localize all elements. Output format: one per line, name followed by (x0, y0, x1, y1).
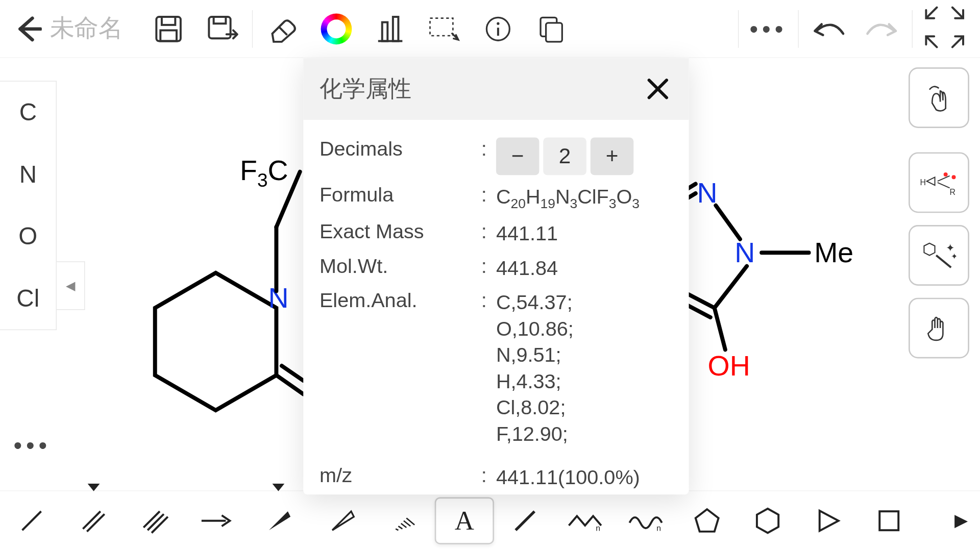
hexagon-icon (753, 506, 781, 534)
redo-button[interactable] (855, 9, 910, 49)
row-elem-anal: Elem.Anal. : C,54.37;O,10.86;N,9.51;H,4.… (320, 289, 673, 446)
row-exact-mass: Exact Mass : 441.11 (320, 220, 673, 246)
text-tool[interactable]: A (435, 497, 494, 544)
svg-line-55 (404, 520, 410, 526)
decimals-stepper: − 2 + (496, 137, 673, 175)
corner-tl-icon (923, 6, 938, 20)
pentagon-icon (693, 506, 721, 534)
corner-bl-icon (923, 33, 938, 48)
row-mol-wt: Mol.Wt. : 441.84 (320, 255, 673, 281)
triangle-icon (814, 506, 842, 534)
redo-icon (865, 18, 900, 39)
svg-point-36 (944, 172, 948, 177)
svg-line-52 (396, 529, 398, 530)
svg-line-57 (516, 511, 534, 530)
bottom-toolbar-next[interactable]: ▶ (944, 510, 979, 531)
line-tool[interactable] (496, 497, 555, 544)
chain-tool[interactable]: n (556, 497, 615, 544)
color-ring-icon (321, 13, 352, 44)
text-icon: A (455, 505, 474, 536)
save-as-button[interactable] (195, 9, 250, 49)
hollow-wedge-tool[interactable] (312, 497, 371, 544)
document-title[interactable]: 未命名 (50, 12, 123, 45)
undo-button[interactable] (801, 9, 855, 49)
fullscreen-button[interactable] (923, 6, 969, 52)
svg-point-37 (952, 175, 956, 179)
svg-text:✦: ✦ (946, 242, 955, 254)
triple-bond-tool[interactable] (126, 497, 185, 544)
lasso-icon (427, 14, 461, 43)
svg-marker-61 (757, 508, 778, 533)
undo-icon (811, 18, 846, 39)
svg-rect-7 (382, 22, 388, 41)
gesture-tool-button[interactable] (909, 67, 969, 128)
svg-marker-50 (269, 511, 290, 530)
row-decimals: Decimals : − 2 + (320, 137, 673, 175)
align-button[interactable] (363, 9, 418, 49)
element-chlorine[interactable]: Cl (0, 267, 56, 329)
eraser-button[interactable] (255, 9, 309, 49)
left-more-button[interactable]: ••• (13, 431, 51, 459)
chemical-properties-panel: 化学属性 Decimals : − 2 + Formula : C20H19N3… (303, 58, 689, 495)
svg-marker-60 (696, 509, 719, 532)
wedge-icon (265, 507, 292, 534)
decimals-decrement[interactable]: − (496, 137, 540, 175)
svg-text:N: N (734, 237, 755, 268)
element-nitrogen[interactable]: N (0, 143, 56, 205)
decimals-label: Decimals (320, 137, 481, 160)
back-button[interactable] (11, 11, 46, 46)
svg-text:✦: ✦ (951, 252, 957, 261)
more-icon: ••• (750, 14, 788, 42)
pentagon-tool[interactable] (677, 497, 737, 544)
double-bond-icon (80, 507, 107, 534)
reaction-template-button[interactable]: H R (909, 152, 969, 213)
element-oxygen[interactable]: O (0, 206, 56, 267)
element-picker: C N O Cl (0, 81, 57, 330)
svg-text:F3C: F3C (240, 155, 288, 191)
info-button[interactable] (471, 9, 525, 49)
copy-button[interactable] (525, 9, 579, 49)
element-picker-collapse[interactable]: ◀ (57, 261, 85, 310)
wavy-chain-tool[interactable]: n (617, 497, 676, 544)
arrow-left-icon (15, 15, 42, 42)
wedge-bond-tool[interactable] (249, 497, 308, 544)
panel-title: 化学属性 (320, 73, 643, 105)
svg-line-25 (716, 206, 740, 239)
elem-anal-value: C,54.37;O,10.86;N,9.51;H,4.33;Cl,8.02;F,… (496, 289, 673, 446)
decimals-increment[interactable]: + (591, 137, 634, 175)
save-as-icon (206, 14, 238, 43)
svg-rect-4 (214, 16, 226, 23)
svg-text:R: R (950, 188, 955, 196)
square-tool[interactable] (860, 497, 919, 544)
pan-tool-button[interactable] (909, 298, 969, 359)
arrow-tool[interactable] (187, 497, 246, 544)
line-icon (511, 507, 538, 534)
single-bond-tool[interactable] (2, 497, 61, 544)
info-icon (484, 15, 511, 42)
formula-value: C20H19N3ClF3O3 (496, 183, 673, 212)
svg-rect-63 (879, 511, 898, 530)
right-tool-column: H R ✦✦ (909, 67, 973, 358)
square-icon (876, 508, 902, 533)
element-carbon[interactable]: C (0, 82, 56, 143)
svg-rect-9 (430, 18, 453, 35)
save-button[interactable] (141, 9, 195, 49)
hash-bond-tool[interactable] (374, 497, 433, 544)
formula-label: Formula (320, 183, 481, 206)
toolbar-separator (252, 10, 253, 47)
template-magic-button[interactable]: ✦✦ (909, 225, 969, 286)
svg-rect-2 (160, 30, 177, 41)
triangle-tool[interactable] (799, 497, 858, 544)
more-button[interactable]: ••• (742, 9, 796, 49)
mol-wt-value: 441.84 (496, 255, 673, 281)
color-picker-button[interactable] (309, 9, 363, 49)
top-toolbar: 未命名 ••• (0, 0, 980, 58)
svg-line-54 (401, 523, 407, 527)
toolbar-separator (738, 10, 739, 47)
corner-tr-icon (951, 6, 966, 20)
hexagon-tool[interactable] (738, 497, 797, 544)
double-bond-tool[interactable] (64, 497, 123, 544)
svg-marker-15 (155, 273, 277, 410)
panel-close-button[interactable] (643, 74, 673, 104)
lasso-select-button[interactable] (417, 9, 471, 49)
